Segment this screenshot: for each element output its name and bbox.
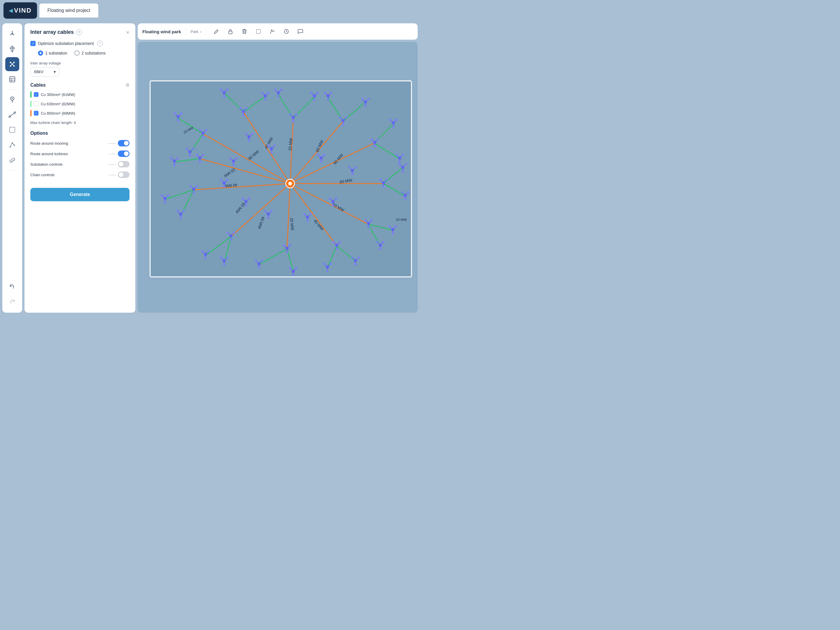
redo-button[interactable] <box>5 295 19 309</box>
voltage-label: Inter array voltage <box>30 61 129 65</box>
sidebar-item-layout[interactable] <box>5 72 19 86</box>
svg-point-306 <box>370 219 373 221</box>
cable-checkbox-1[interactable] <box>34 101 38 106</box>
cable-label-0: Cu 300mm² (61MW) <box>41 92 75 97</box>
svg-point-244 <box>164 201 166 203</box>
svg-point-158 <box>389 119 391 121</box>
svg-point-279 <box>292 120 294 122</box>
optimize-checkbox[interactable]: ✓ <box>30 41 36 46</box>
cables-header: Cables ⚙ <box>30 82 129 88</box>
main-layout: Inter array cables ? × ✓ Optimize substa… <box>0 21 420 315</box>
sidebar-item-waypoint[interactable] <box>5 92 19 106</box>
lock-button[interactable] <box>225 26 236 37</box>
svg-point-404 <box>226 179 228 181</box>
svg-point-208 <box>330 263 332 265</box>
logo[interactable]: ◀ VIND <box>3 2 37 19</box>
cables-settings-icon[interactable]: ⚙ <box>125 82 129 88</box>
map-canvas[interactable]: 60 MW 40 MW 20 MW 60 MW 60 MW 80 MW 60 M… <box>138 42 418 313</box>
svg-line-16 <box>12 62 14 64</box>
cable-checkbox-0[interactable]: ✓ <box>34 92 38 97</box>
svg-point-188 <box>392 232 394 234</box>
voltage-select[interactable]: 66kV ▾ <box>30 67 60 76</box>
svg-point-412 <box>232 164 235 166</box>
panel-close-button[interactable]: × <box>126 30 129 35</box>
map-toolbar: Floating wind park Park › <box>138 23 418 39</box>
toggle-0[interactable] <box>118 140 129 147</box>
svg-point-117 <box>226 88 228 90</box>
toolbar-divider2 <box>206 28 207 35</box>
svg-rect-19 <box>9 77 15 82</box>
svg-point-319 <box>283 244 285 246</box>
cable-checkbox-2[interactable]: ✓ <box>34 111 38 115</box>
svg-point-286 <box>342 123 344 125</box>
panel-header: Inter array cables ? × <box>30 29 129 35</box>
svg-point-139 <box>313 99 315 101</box>
sidebar-item-scatter[interactable] <box>5 138 19 152</box>
polygon-icon <box>8 126 16 134</box>
delete-button[interactable] <box>239 26 249 37</box>
svg-point-403 <box>220 179 222 181</box>
svg-point-369 <box>354 166 357 168</box>
divider1 <box>7 89 17 90</box>
undo-button[interactable] <box>5 280 19 294</box>
svg-line-39 <box>13 160 14 160</box>
cable-item-2: ✓ Cu 800mm² (89MW) <box>30 110 129 116</box>
toggle-2[interactable] <box>118 161 129 167</box>
select-button[interactable] <box>253 26 264 37</box>
svg-point-174 <box>402 170 404 172</box>
svg-point-292 <box>377 138 379 140</box>
radio-2-substations[interactable]: 2 substations <box>74 51 106 56</box>
sidebar-item-polygon[interactable] <box>5 123 19 137</box>
svg-point-144 <box>324 92 326 94</box>
svg-point-236 <box>207 250 209 252</box>
svg-point-118 <box>223 95 225 98</box>
svg-point-109 <box>186 148 188 150</box>
radio-1-substation[interactable]: 1 substation <box>38 51 67 56</box>
sidebar-item-ruler[interactable] <box>5 153 19 167</box>
node-button[interactable] <box>267 26 278 37</box>
optimize-help-button[interactable]: ? <box>97 41 103 46</box>
generate-button[interactable]: Generate <box>30 188 129 201</box>
comment-button[interactable] <box>295 26 306 37</box>
svg-point-410 <box>229 157 231 159</box>
svg-point-216 <box>292 274 294 276</box>
toggle-3[interactable] <box>118 172 129 178</box>
panel-help-button[interactable]: ? <box>76 30 82 35</box>
edit-button[interactable] <box>211 26 222 37</box>
cable-color-2 <box>30 110 32 116</box>
svg-point-193 <box>376 241 378 243</box>
svg-point-221 <box>255 260 257 262</box>
svg-point-340 <box>196 154 198 156</box>
toggle-knob-1 <box>124 152 129 156</box>
svg-point-179 <box>401 191 403 193</box>
svg-point-130 <box>274 88 276 90</box>
toggle-1[interactable] <box>118 150 129 157</box>
svg-rect-44 <box>256 30 261 33</box>
sidebar-item-cables[interactable] <box>5 57 19 71</box>
breadcrumb-chevron: › <box>200 30 201 34</box>
svg-rect-41 <box>243 30 246 33</box>
sidebar-item-line[interactable] <box>5 107 19 122</box>
svg-point-180 <box>407 191 409 193</box>
waypoint-icon <box>9 96 15 103</box>
history-button[interactable] <box>281 26 292 37</box>
sidebar-item-turbine[interactable] <box>5 27 19 41</box>
redo-icon <box>9 299 16 305</box>
svg-point-348 <box>251 133 253 135</box>
svg-point-222 <box>261 260 263 262</box>
svg-point-103 <box>180 112 182 115</box>
sidebar-item-tower[interactable] <box>5 42 19 56</box>
svg-point-270 <box>239 107 241 109</box>
toggle-dot-2: —○— <box>109 163 116 166</box>
svg-point-405 <box>223 185 225 188</box>
svg-point-327 <box>233 232 235 234</box>
project-tab[interactable]: Floating wind project <box>39 3 99 17</box>
option-row-3: Chain controls —○— <box>30 172 129 178</box>
svg-point-173 <box>405 163 407 165</box>
svg-point-361 <box>317 154 319 156</box>
breadcrumb[interactable]: Park › <box>191 30 202 34</box>
svg-point-181 <box>404 198 406 200</box>
svg-point-264 <box>205 129 207 131</box>
svg-point-398 <box>245 204 247 206</box>
svg-point-214 <box>289 267 291 269</box>
